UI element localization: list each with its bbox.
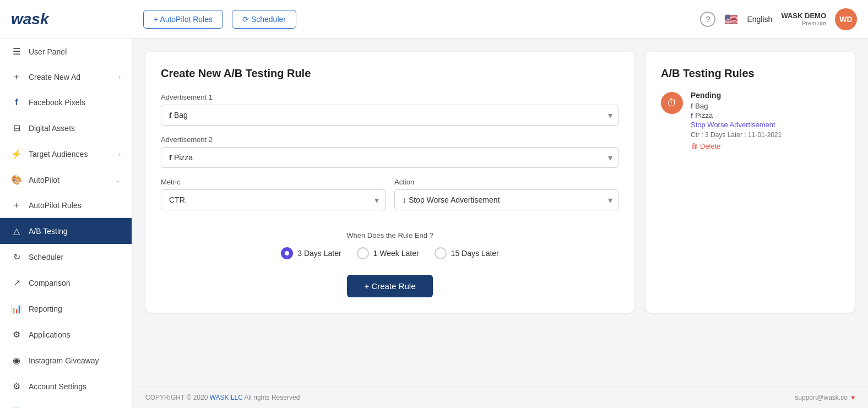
user-info: WASK DEMO Premium [781,12,826,26]
chevron-down-icon: ⌄ [115,176,121,184]
ad1-name: Bag [695,102,708,110]
radio-1-week[interactable]: 1 Week Later [357,247,419,259]
header: + AutoPilot Rules ⟳ Scheduler ? 🇺🇸 Engli… [132,0,868,39]
advertisement1-group: Advertisement 1 𝐟 Bag 𝐟 Pizza Campaign A… [161,93,619,126]
sidebar-item-user-guide[interactable]: 📄 User Guide [0,399,132,408]
radio-15-days[interactable]: 15 Days Later [435,247,499,259]
sidebar-logo: wask [0,0,132,39]
user-plan: Premium [802,20,826,26]
company-link[interactable]: WASK LLC [210,394,245,401]
sidebar-label: A/B Testing [29,227,68,236]
facebook-icon: f [11,97,22,107]
sidebar-item-comparison[interactable]: ↗ Comparison [0,270,132,296]
sidebar-item-account-settings[interactable]: ⚙ Account Settings [0,373,132,399]
radio-circle-15-days [435,247,447,259]
user-panel-icon: ☰ [11,46,22,57]
comparison-icon: ↗ [11,278,22,288]
sidebar-item-reporting[interactable]: 📊 Reporting [0,296,132,322]
sidebar-item-scheduler[interactable]: ↻ Scheduler [0,244,132,270]
scheduler-icon: ↻ [11,252,22,262]
radio-label-15-days: 15 Days Later [451,249,499,258]
radio-circle-3-days [281,247,293,259]
create-rule-title: Create New A/B Testing Rule [161,67,619,80]
rule-ad1: f Bag [691,102,839,110]
sidebar-label: Comparison [29,279,70,287]
sidebar-item-autopilot-rules[interactable]: + AutoPilot Rules [0,193,132,218]
chevron-right-icon: › [118,150,121,158]
radio-group: 3 Days Later 1 Week Later 15 Days Later [161,247,619,259]
help-icon[interactable]: ? [700,12,715,27]
logo-text: wask [11,10,49,28]
sidebar-label: AutoPilot [29,176,59,184]
sidebar-item-create-new-ad[interactable]: + Create New Ad › [0,64,132,90]
metric-select[interactable]: CTR CPM CPC CPA [161,189,386,210]
sidebar-label: Scheduler [29,253,63,262]
header-toolbar: + AutoPilot Rules ⟳ Scheduler [143,10,296,29]
ab-rules-title: A/B Testing Rules [661,67,839,80]
rule-details: Pending f Bag f Pizza Stop Worse Adverti… [691,91,839,150]
advertisement2-group: Advertisement 2 𝐟 Pizza 𝐟 Bag Campaign A… [161,135,619,168]
facebook-icon: f [691,111,693,119]
trash-icon: 🗑 [691,142,698,150]
sidebar-label: User Panel [29,47,67,56]
rule-ctr-info: Ctr : 3 Days Later : 11-01-2021 [691,131,839,139]
ad2-label: Advertisement 2 [161,135,619,144]
ad1-label: Advertisement 1 [161,93,619,101]
logo[interactable]: wask [11,10,49,28]
radio-3-days[interactable]: 3 Days Later [281,247,341,259]
sidebar-label: Create New Ad [29,73,80,81]
rule-delete-button[interactable]: 🗑 Delete [691,142,839,150]
instagram-icon: ◉ [11,355,22,366]
metric-group: Metric CTR CPM CPC CPA [161,178,386,210]
autopilot-icon: 🎨 [11,175,22,185]
chevron-right-icon: › [118,73,121,81]
flag-icon: 🇺🇸 [724,13,738,26]
sidebar-item-ab-testing[interactable]: △ A/B Testing [0,218,132,244]
sidebar-label: Reporting [29,304,62,313]
heart-icon: ♥ [851,394,855,401]
copyright-text: COPYRIGHT © 2020 [145,394,208,401]
radio-label-3-days: 3 Days Later [297,249,341,258]
create-rule-button[interactable]: + Create Rule [347,275,433,297]
sidebar-item-digital-assets[interactable]: ⊟ Digital Assets [0,115,132,141]
autopilot-rules-button[interactable]: + AutoPilot Rules [143,10,223,29]
metric-select-wrapper: CTR CPM CPC CPA [161,189,386,210]
footer-right: support@wask.co ♥ [795,394,855,401]
action-label: Action [394,178,619,186]
action-select-wrapper: ↓ Stop Worse Advertisement ⏸ Pause Bette… [394,189,619,210]
delete-label: Delete [700,142,721,150]
rule-action-link[interactable]: Stop Worse Advertisement [691,121,839,129]
ad1-select[interactable]: 𝐟 Bag 𝐟 Pizza Campaign A Campaign B [161,105,619,126]
sidebar-item-facebook-pixels[interactable]: f Facebook Pixels [0,90,132,115]
radio-circle-1-week [357,247,369,259]
digital-assets-icon: ⊟ [11,123,22,133]
sidebar-item-autopilot[interactable]: 🎨 AutoPilot ⌄ [0,167,132,193]
sidebar-label: AutoPilot Rules [29,201,82,210]
avatar[interactable]: WD [835,8,857,30]
support-email: support@wask.co [795,394,848,401]
footer-copyright: COPYRIGHT © 2020 WASK LLC All rights Res… [145,394,300,401]
footer: COPYRIGHT © 2020 WASK LLC All rights Res… [132,386,868,408]
metric-action-row: Metric CTR CPM CPC CPA Action [161,178,619,220]
rule-item: ⏱ Pending f Bag f Pizza Stop Worse Adver… [661,91,839,150]
ad1-select-wrapper: 𝐟 Bag 𝐟 Pizza Campaign A Campaign B [161,105,619,126]
ad2-select-wrapper: 𝐟 Pizza 𝐟 Bag Campaign A Campaign B [161,147,619,168]
ab-rules-panel: A/B Testing Rules ⏱ Pending f Bag f Pizz… [645,52,855,313]
main-content: Create New A/B Testing Rule Advertisemen… [132,39,868,408]
user-name: WASK DEMO [781,12,826,20]
facebook-icon: f [691,102,693,110]
rule-status: Pending [691,91,839,100]
reporting-icon: 📊 [11,303,22,314]
sidebar-item-instagram-giveaway[interactable]: ◉ Instagram Giveaway [0,347,132,373]
sidebar-item-user-panel[interactable]: ☰ User Panel [0,39,132,64]
action-select[interactable]: ↓ Stop Worse Advertisement ⏸ Pause Bette… [394,189,619,210]
sidebar-label: Instagram Giveaway [29,356,99,365]
copyright-suffix: All rights Reserved [245,394,300,401]
scheduler-button[interactable]: ⟳ Scheduler [232,10,296,29]
language-label: English [747,15,772,24]
sidebar-item-applications[interactable]: ⚙ Applications [0,322,132,347]
ad2-select[interactable]: 𝐟 Pizza 𝐟 Bag Campaign A Campaign B [161,147,619,168]
ad2-name: Pizza [695,111,713,119]
sidebar-item-target-audiences[interactable]: ⚡ Target Audiences › [0,141,132,167]
sidebar-label: Account Settings [29,382,86,391]
